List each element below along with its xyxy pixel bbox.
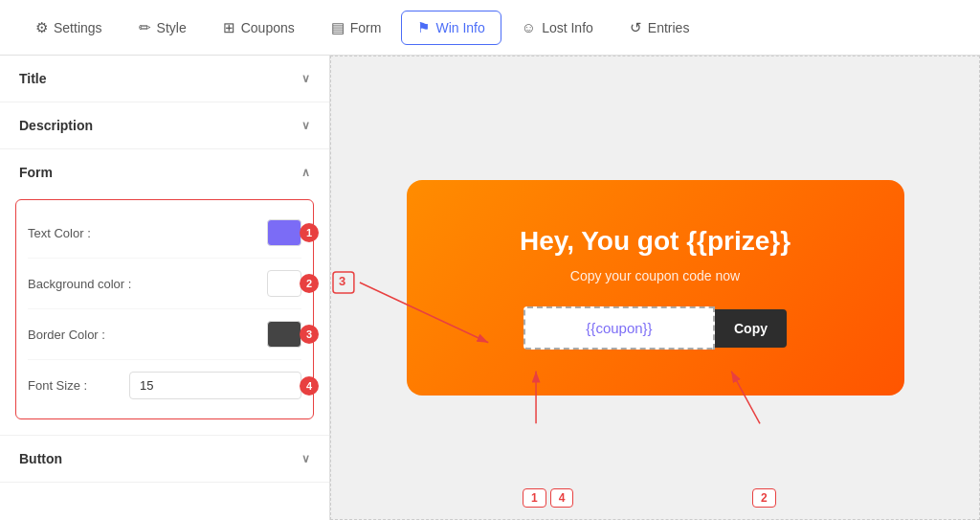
entries-icon: ↺ <box>630 19 642 36</box>
font-size-label: Font Size : <box>28 378 87 393</box>
border-color-row: Border Color : 3 <box>28 309 301 360</box>
nav-lost-info-label: Lost Info <box>542 20 593 35</box>
svg-text:3: 3 <box>339 274 345 288</box>
nav-form[interactable]: ▤ Form <box>315 11 398 45</box>
border-color-swatch[interactable] <box>267 321 301 348</box>
style-icon: ✏ <box>139 19 151 36</box>
button-section: Button ∨ <box>0 436 329 483</box>
form-section: Form ∧ Text Color : 1 Background color : <box>0 149 329 436</box>
nav-form-label: Form <box>350 20 382 35</box>
form-chevron-icon: ∧ <box>301 166 310 179</box>
title-chevron-icon: ∨ <box>301 72 310 85</box>
nav-settings[interactable]: ⚙ Settings <box>19 11 119 45</box>
top-nav: ⚙ Settings ✏ Style ⊞ Coupons ▤ Form ⚑ Wi… <box>0 0 980 56</box>
card-heading: Hey, You got {{prize}} <box>464 226 847 257</box>
nav-style[interactable]: ✏ Style <box>122 11 203 45</box>
border-color-badge: 3 <box>300 325 319 344</box>
bottom-annotation-2: 2 <box>752 488 776 508</box>
bg-color-badge: 2 <box>300 274 319 293</box>
form-section-header[interactable]: Form ∧ <box>0 149 329 195</box>
text-color-label: Text Color : <box>28 226 91 240</box>
left-panel: Title ∨ Description ∨ Form ∧ Text Color … <box>0 56 330 520</box>
description-label: Description <box>19 118 93 133</box>
text-color-swatch[interactable] <box>267 219 301 246</box>
title-section-header[interactable]: Title ∨ <box>0 56 329 102</box>
nav-coupons-label: Coupons <box>241 20 295 35</box>
coupon-row: {{coupon}} Copy <box>464 306 847 350</box>
nav-style-label: Style <box>157 20 187 35</box>
title-label: Title <box>19 71 47 86</box>
nav-entries[interactable]: ↺ Entries <box>613 11 706 45</box>
copy-button[interactable]: Copy <box>715 309 787 348</box>
svg-rect-2 <box>333 272 354 293</box>
font-size-row: Font Size : 4 <box>28 360 301 411</box>
description-chevron-icon: ∨ <box>301 119 310 132</box>
main-layout: Title ∨ Description ∨ Form ∧ Text Color … <box>0 56 980 520</box>
annotation-2: 2 <box>752 488 776 508</box>
button-section-header[interactable]: Button ∨ <box>0 436 329 482</box>
nav-settings-label: Settings <box>54 20 102 35</box>
preview-area: Hey, You got {{prize}} Copy your coupon … <box>330 56 980 520</box>
annotation-1: 1 <box>523 488 546 508</box>
card-subtext: Copy your coupon code now <box>464 268 847 283</box>
button-chevron-icon: ∨ <box>301 452 310 465</box>
text-color-row: Text Color : 1 <box>28 208 301 259</box>
bg-color-swatch[interactable] <box>267 270 301 297</box>
coupons-icon: ⊞ <box>223 19 235 36</box>
nav-coupons[interactable]: ⊞ Coupons <box>207 11 311 45</box>
font-size-badge: 4 <box>300 376 319 396</box>
bottom-annotation-1-4: 1 4 <box>523 488 573 508</box>
coupon-input-box[interactable]: {{coupon}} <box>523 306 715 350</box>
form-label: Form <box>19 165 53 180</box>
form-content: Text Color : 1 Background color : 2 <box>15 199 314 419</box>
border-color-label: Border Color : <box>28 328 105 342</box>
font-size-input[interactable] <box>129 372 301 399</box>
preview-card: Hey, You got {{prize}} Copy your coupon … <box>407 180 904 396</box>
title-section: Title ∨ <box>0 56 329 102</box>
settings-icon: ⚙ <box>35 19 48 36</box>
button-section-label: Button <box>19 451 62 466</box>
description-section-header[interactable]: Description ∨ <box>0 102 329 148</box>
form-icon: ▤ <box>331 19 345 36</box>
text-color-badge: 1 <box>300 223 319 242</box>
nav-win-info[interactable]: ⚑ Win Info <box>401 11 501 45</box>
win-info-icon: ⚑ <box>417 19 430 36</box>
description-section: Description ∨ <box>0 102 329 149</box>
bg-color-row: Background color : 2 <box>28 259 301 309</box>
lost-info-icon: ☺ <box>522 19 536 35</box>
bg-color-label: Background color : <box>28 277 131 291</box>
annotation-4: 4 <box>550 488 574 508</box>
nav-lost-info[interactable]: ☺ Lost Info <box>505 11 610 44</box>
nav-entries-label: Entries <box>648 20 690 35</box>
nav-win-info-label: Win Info <box>435 20 484 35</box>
